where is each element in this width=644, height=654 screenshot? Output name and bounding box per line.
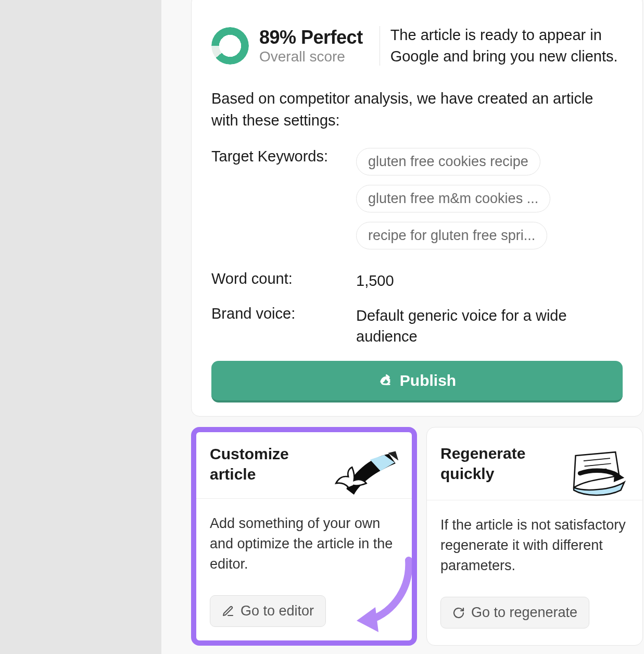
based-on-text: Based on competitor analysis, we have cr… [211,87,623,131]
score-sub-label: Overall score [259,48,363,65]
background-article-preview: to Try nse of comfort ? Absolutely not! … [0,0,161,654]
word-count-label: Word count: [211,270,342,292]
bg-text-1: nse of comfort [0,128,130,152]
pencil-illustration-icon [327,444,398,504]
bg-heading: to Try [0,52,130,97]
keyword-chip-list: gluten free cookies recipe gluten free m… [356,148,559,249]
bg-text-2: ? Absolutely not! [0,182,130,205]
brand-voice-label: Brand voice: [211,305,342,347]
brand-voice-value: Default generic voice for a wide audienc… [356,305,623,347]
regenerate-title: Regenerate quickly [440,443,562,484]
edit-icon [222,605,234,618]
refresh-icon [452,607,465,619]
keyword-chip[interactable]: gluten free m&m cookies ... [356,185,550,212]
word-count-value: 1,500 [356,270,623,292]
regenerate-description: If the article is not satisfactory regen… [440,515,629,576]
svg-marker-1 [357,607,378,632]
go-to-editor-label: Go to editor [241,603,314,619]
score-value: 89% Perfect [259,27,363,48]
keyword-chip[interactable]: gluten free cookies recipe [356,148,540,175]
regenerate-illustration-icon [562,443,629,504]
publish-button[interactable]: Publish [211,361,623,403]
keyword-chip[interactable]: recipe for gluten free spri... [356,222,547,249]
regenerate-card: Regenerate quickly If the article is not… [426,427,643,646]
bg-text-5: ese treats at [0,342,130,366]
target-keywords-label: Target Keywords: [211,148,342,165]
article-summary-card: 89% Perfect Overall score The article is… [191,0,643,417]
score-description: The article is ready to appear in Google… [390,24,623,67]
customize-article-card: Customize article Add something of your … [191,427,417,646]
go-to-regenerate-button[interactable]: Go to regenerate [440,597,589,628]
customize-title: Customize article [210,444,327,484]
score-row: 89% Perfect Overall score The article is… [211,24,623,67]
score-ring-icon [211,27,249,65]
sidebar-panel: 89% Perfect Overall score The article is… [161,0,644,654]
go-to-regenerate-label: Go to regenerate [471,605,577,621]
divider [380,26,380,66]
publish-arrow-icon [378,373,393,388]
publish-button-label: Publish [400,372,456,389]
go-to-editor-button[interactable]: Go to editor [210,595,326,627]
bg-text-4: rafted to ensure [0,288,130,312]
annotation-arrow-icon [352,555,415,633]
bg-text-3: ce, we've got you [0,235,130,259]
